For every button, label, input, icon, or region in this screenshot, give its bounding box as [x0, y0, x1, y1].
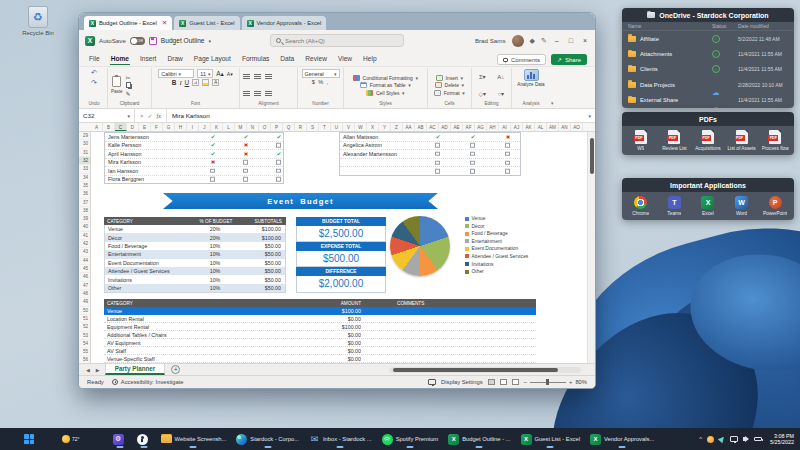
checkbox[interactable] — [470, 134, 476, 140]
edit-pencil-icon[interactable]: ✎ — [541, 37, 547, 45]
pdf-file[interactable]: Acquisitions — [692, 130, 723, 151]
font-color-icon[interactable]: A — [212, 79, 219, 86]
font-name-select[interactable]: Calibri▾ — [158, 69, 194, 78]
table-row[interactable]: AV Equipment $0.00 — [104, 339, 536, 347]
merge-center-icon[interactable] — [265, 91, 272, 96]
align-left-icon[interactable] — [243, 91, 250, 96]
sheet-nav-right-icon[interactable]: ▶ — [93, 367, 103, 373]
table-row[interactable]: Alexander Martensson — [340, 149, 520, 158]
font-size-select[interactable]: 11▾ — [197, 69, 213, 78]
taskbar-item[interactable]: Vendor Approvals... — [587, 430, 657, 448]
checkbox[interactable] — [210, 142, 216, 148]
column-header[interactable]: P — [271, 123, 283, 131]
start-button[interactable] — [24, 434, 34, 444]
window-tab[interactable]: X Budget Outline - Excel ✕ — [84, 16, 172, 30]
column-header[interactable]: AN — [559, 123, 571, 131]
column-header[interactable]: D — [127, 123, 139, 131]
page-break-view-icon[interactable] — [512, 379, 519, 385]
bold-button[interactable]: B — [172, 79, 177, 86]
fill-color-icon[interactable] — [202, 79, 209, 86]
accessibility-status[interactable]: Accessibility: Investigate — [121, 379, 184, 385]
checkbox[interactable] — [276, 143, 281, 148]
italic-button[interactable]: I — [179, 79, 181, 86]
scrollbar-thumb[interactable] — [393, 368, 558, 372]
paste-icon[interactable] — [112, 76, 121, 87]
row-header[interactable]: 36 — [79, 190, 90, 198]
recycle-bin[interactable]: ♻ Recycle Bin — [14, 6, 62, 36]
normal-view-icon[interactable] — [488, 379, 495, 385]
table-row[interactable]: Venue 20% $100.00 — [105, 225, 285, 233]
checkbox[interactable] — [470, 169, 475, 174]
row-header[interactable]: 39 — [79, 215, 90, 223]
row-header[interactable]: 46 — [79, 273, 90, 281]
checkbox[interactable] — [243, 134, 249, 140]
row-header[interactable]: 32 — [79, 157, 90, 165]
column-header[interactable]: AC — [427, 123, 439, 131]
table-row[interactable]: Jens Martensson — [105, 133, 283, 141]
row-header[interactable]: 50 — [79, 307, 90, 315]
number-format-buttons[interactable]: $ % , — [312, 79, 330, 85]
taskbar-item[interactable]: Website Screensh... — [158, 430, 230, 448]
column-header[interactable]: AH — [487, 123, 499, 131]
row-header[interactable]: 35 — [79, 182, 90, 190]
ribbon-tab[interactable]: File — [88, 53, 101, 64]
checkbox[interactable] — [243, 160, 248, 165]
app-shortcut[interactable]: PowerPoint — [760, 196, 791, 216]
minimize-button[interactable]: – — [553, 37, 561, 44]
budget-pie-chart[interactable] — [390, 216, 450, 276]
delete-cells-button[interactable]: Delete▾ — [435, 82, 464, 88]
column-headers[interactable]: ABCDEFGHIJKLMNOPQRSTUVWXYZAAABACADAEAFAG… — [79, 123, 595, 132]
zoom-out-icon[interactable]: − — [524, 379, 527, 385]
taskbar-item[interactable]: Spotify Premium — [379, 430, 442, 448]
cell-styles-button[interactable]: Cell Styles▾ — [366, 90, 404, 96]
onedrive-folder-row[interactable]: Clients 11/4/2021 11:55 AM — [622, 62, 794, 77]
column-header[interactable]: H — [175, 123, 187, 131]
conditional-formatting-button[interactable]: Conditional Formatting▾ — [353, 75, 418, 81]
column-header[interactable]: N — [247, 123, 259, 131]
column-header[interactable]: I — [187, 123, 199, 131]
zoom-level[interactable]: 80% — [575, 379, 587, 385]
zoom-in-icon[interactable]: + — [569, 379, 572, 385]
column-header[interactable]: Y — [379, 123, 391, 131]
format-cells-button[interactable]: Format▾ — [434, 90, 464, 96]
checkbox[interactable] — [243, 169, 248, 174]
table-row[interactable]: Food / Beverage 10% $50.00 — [105, 242, 285, 250]
column-header[interactable]: J — [199, 123, 211, 131]
ribbon-collapse-icon[interactable]: ▾ — [550, 100, 557, 108]
checkbox[interactable] — [210, 159, 216, 165]
column-header[interactable]: B — [103, 123, 115, 131]
checkbox[interactable] — [505, 143, 510, 148]
taskbar-item[interactable] — [110, 430, 130, 448]
row-header[interactable]: 41 — [79, 232, 90, 240]
column-header[interactable]: AI — [499, 123, 511, 131]
table-row[interactable]: Kalle Persson — [105, 141, 283, 150]
table-row[interactable]: Venue $100.00 — [104, 307, 536, 315]
find-select-icon[interactable]: ○▾ — [497, 90, 504, 97]
sort-filter-icon[interactable]: A↓ — [497, 74, 504, 80]
window-tab[interactable]: X Guest List - Excel ✕ — [174, 16, 239, 30]
column-header[interactable]: C — [115, 123, 127, 131]
taskbar-item[interactable]: Stardock - Corpo... — [233, 430, 302, 448]
table-row[interactable] — [340, 158, 520, 167]
onedrive-folder-row[interactable]: Affiliate 5/2/2022 11:48 AM — [622, 31, 794, 46]
row-header[interactable]: 40 — [79, 223, 90, 231]
insert-cells-button[interactable]: Insert▾ — [436, 75, 463, 81]
checkbox[interactable] — [276, 177, 281, 182]
ribbon-tab[interactable]: Help — [362, 53, 378, 64]
zoom-slider-knob[interactable] — [546, 379, 549, 385]
checkbox[interactable] — [505, 134, 511, 140]
number-format-select[interactable]: General▾ — [302, 69, 340, 78]
scrollbar-thumb[interactable] — [590, 138, 594, 174]
row-header[interactable]: 34 — [79, 174, 90, 182]
ribbon-tab[interactable]: Draw — [166, 53, 183, 64]
checkbox[interactable] — [243, 177, 248, 182]
table-row[interactable]: Location Rental $0.00 — [104, 315, 536, 323]
column-header[interactable]: G — [163, 123, 175, 131]
window-tab[interactable]: X Vendor Approvals - Excel ✕ — [242, 16, 327, 30]
checkbox[interactable] — [210, 134, 216, 140]
pdf-file[interactable]: W9 — [625, 130, 656, 151]
column-header[interactable]: AF — [463, 123, 475, 131]
table-row[interactable]: Venue-Specific Staff $0.00 — [104, 355, 536, 363]
analyze-data-button[interactable]: Analyze Data — [515, 69, 547, 101]
column-header[interactable]: W — [355, 123, 367, 131]
